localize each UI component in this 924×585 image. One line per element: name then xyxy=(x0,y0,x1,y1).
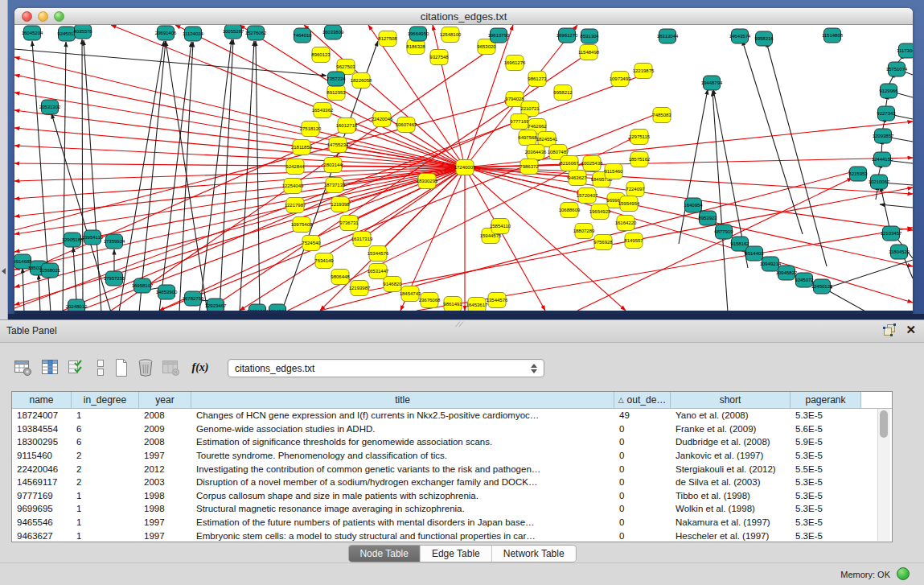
table-cell[interactable]: 6 xyxy=(72,437,139,447)
column-header-short[interactable]: short xyxy=(671,392,791,408)
table-cell[interactable]: Investigating the contribution of common… xyxy=(191,464,614,474)
table-cell[interactable]: 19384554 xyxy=(12,424,72,434)
network-node[interactable]: 17359924 xyxy=(104,234,125,249)
network-node[interactable]: 9146820 xyxy=(383,277,402,292)
table-cell[interactable]: 1 xyxy=(72,504,139,513)
table-cell[interactable]: 5.3E-5 xyxy=(791,477,861,487)
network-node[interactable]: 12450122 xyxy=(811,279,833,294)
network-node[interactable]: 16033809 xyxy=(322,25,344,39)
table-cell[interactable]: 1 xyxy=(72,531,139,541)
expand-panel-arrow-icon[interactable] xyxy=(2,268,6,274)
network-node[interactable]: 12093857 xyxy=(873,129,894,143)
network-node[interactable]: 10025438 xyxy=(581,156,603,171)
table-cell[interactable]: Estimation of the future numbers of pati… xyxy=(191,517,614,527)
network-node[interactable]: 17240007 xyxy=(454,160,476,175)
table-cell[interactable]: Embryonic stem cells: a model to study s… xyxy=(191,531,614,541)
network-node[interactable]: 12103457 xyxy=(881,226,902,241)
table-row[interactable]: 969969511998Structural magnetic resonanc… xyxy=(12,502,892,516)
network-node[interactable]: 11548498 xyxy=(578,45,600,60)
table-cell[interactable]: 2 xyxy=(72,477,139,487)
table-cell[interactable]: 18300295 xyxy=(12,437,72,447)
memory-ok-indicator[interactable] xyxy=(897,567,910,580)
table-cell[interactable]: 5.3E-5 xyxy=(791,531,861,541)
network-node[interactable]: 2803144 xyxy=(323,158,343,173)
network-edge[interactable] xyxy=(39,274,40,311)
network-node[interactable]: 16453617 xyxy=(466,298,488,311)
network-edge[interactable] xyxy=(465,167,545,311)
table-row[interactable]: 946362711997Embryonic stem cells: a mode… xyxy=(12,529,892,542)
table-cell[interactable]: 1 xyxy=(72,410,139,420)
network-node[interactable]: 18313044 xyxy=(657,29,679,43)
network-node[interactable]: 9806448 xyxy=(331,270,350,285)
network-edge[interactable] xyxy=(207,54,587,311)
network-node[interactable]: 14755234 xyxy=(327,138,349,153)
network-node[interactable]: 9115460 xyxy=(605,164,624,179)
network-edge[interactable] xyxy=(256,41,260,311)
table-cell[interactable]: 2 xyxy=(72,464,139,474)
network-node[interactable]: 18226058 xyxy=(351,73,372,89)
network-node[interactable]: 19664950 xyxy=(408,27,429,41)
network-node[interactable]: 7464010 xyxy=(293,28,312,43)
network-node[interactable]: 16782759 xyxy=(183,291,204,306)
network-node[interactable]: 9514403 xyxy=(745,246,764,261)
network-node[interactable]: 16012716 xyxy=(336,118,358,134)
network-node[interactable]: 27518120 xyxy=(300,122,322,137)
network-node[interactable]: 20248012 xyxy=(66,299,88,311)
close-window-icon[interactable] xyxy=(22,11,32,22)
network-edge[interactable] xyxy=(63,42,66,311)
network-node[interactable]: 9924501 xyxy=(268,304,287,311)
column-header-out_de[interactable]: △out_de… xyxy=(614,392,671,408)
network-node[interactable]: 9861273 xyxy=(528,72,547,87)
network-node[interactable]: 9861491 xyxy=(443,297,462,311)
network-node[interactable]: 9756928 xyxy=(593,235,613,250)
network-view[interactable]: 1724000718226058962750389601238912953165… xyxy=(14,25,913,311)
network-edge[interactable] xyxy=(82,39,83,311)
table-panel-titlebar[interactable]: Table Panel ⟋⟋ ✕ xyxy=(0,320,924,343)
table-cell[interactable]: 6 xyxy=(72,424,139,434)
network-canvas[interactable]: 1724000718226058962750389601238912953165… xyxy=(14,25,913,311)
network-node[interactable]: 10607467 xyxy=(396,117,417,133)
network-node[interactable]: 21811850 xyxy=(291,140,313,155)
table-cell[interactable]: Structural magnetic resonance image aver… xyxy=(191,504,614,513)
table-cell[interactable]: 0 xyxy=(614,464,671,474)
close-panel-icon[interactable]: ✕ xyxy=(906,323,916,336)
network-node[interactable]: 8531304 xyxy=(580,29,599,43)
network-node[interactable]: 12975115 xyxy=(629,130,651,145)
table-cell[interactable]: 1997 xyxy=(139,517,191,527)
network-node[interactable]: 14643574 xyxy=(729,29,751,43)
network-node[interactable]: 1219398 xyxy=(331,197,350,212)
network-node[interactable]: 18807289 xyxy=(573,224,595,239)
table-cell[interactable]: Hescheler et al. (1997) xyxy=(671,531,791,541)
network-node[interactable]: 11514808 xyxy=(822,28,844,43)
network-node[interactable]: 15344576 xyxy=(368,246,389,262)
network-node[interactable]: 15854110 xyxy=(490,219,511,234)
network-node[interactable]: 18300295 xyxy=(417,174,438,189)
table-cell[interactable]: 9777169 xyxy=(12,491,72,501)
tab-edge-table[interactable]: Edge Table xyxy=(421,546,492,562)
zoom-window-icon[interactable] xyxy=(54,11,64,22)
table-cell[interactable]: 5.5E-5 xyxy=(791,464,861,474)
table-cell[interactable]: Corpus callosum shape and size in male p… xyxy=(191,491,614,501)
table-cell[interactable]: 5.3E-5 xyxy=(791,451,861,460)
network-node[interactable]: 7357224 xyxy=(326,72,346,86)
network-node[interactable]: 9327548 xyxy=(429,50,449,65)
table-row[interactable]: 1830029562008Estimation of significance … xyxy=(12,435,892,449)
network-edge[interactable] xyxy=(159,113,658,311)
table-cell[interactable]: 0 xyxy=(614,424,671,434)
table-cell[interactable]: 5.6E-5 xyxy=(791,424,861,434)
network-node[interactable]: 16958107 xyxy=(132,278,154,293)
network-window-titlebar[interactable]: citations_edges.txt xyxy=(14,8,913,25)
table-cell[interactable]: 2003 xyxy=(139,477,191,487)
table-cell[interactable]: 9699695 xyxy=(12,504,72,513)
table-cell[interactable]: 2008 xyxy=(139,410,191,420)
show-columns-button[interactable] xyxy=(39,356,63,380)
table-cell[interactable]: 9463627 xyxy=(12,531,72,541)
float-panel-icon[interactable] xyxy=(883,323,896,336)
network-node[interactable]: 10210067 xyxy=(869,175,890,189)
table-cell[interactable]: 5.3E-5 xyxy=(791,410,861,420)
table-cell[interactable]: 0 xyxy=(614,517,671,527)
network-node[interactable]: 23676068 xyxy=(419,293,441,308)
table-row[interactable]: 1456911722003Disruption of a novel membe… xyxy=(12,476,892,489)
collapsed-control-panel-strip[interactable] xyxy=(0,0,8,319)
table-cell[interactable]: de Silva et al. (2003) xyxy=(671,477,791,487)
